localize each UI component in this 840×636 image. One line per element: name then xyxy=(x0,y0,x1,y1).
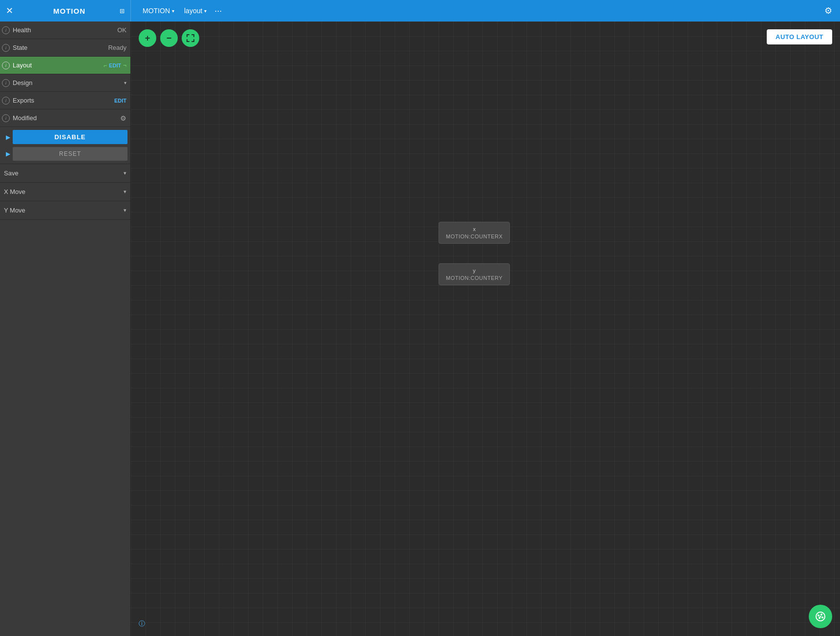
nav-layout-chevron: ▾ xyxy=(204,8,207,14)
modified-label: Modified xyxy=(13,114,120,122)
node-x-title: x xyxy=(446,226,503,232)
sidebar-row-design[interactable]: i Design ▾ xyxy=(0,74,130,92)
health-info-icon: i xyxy=(2,26,10,34)
save-section[interactable]: Save ▾ xyxy=(0,164,130,183)
sidebar-row-state[interactable]: i State Ready xyxy=(0,39,130,57)
design-info-icon: i xyxy=(2,79,10,87)
close-icon[interactable]: ✕ xyxy=(6,5,13,16)
state-value: Ready xyxy=(108,44,126,51)
state-info-icon: i xyxy=(2,44,10,52)
canvas-node-y[interactable]: y MOTION:COUNTERY xyxy=(439,263,510,285)
ymove-chevron-icon: ▾ xyxy=(124,207,126,213)
zoom-out-button[interactable]: − xyxy=(160,29,178,47)
design-dropdown[interactable]: ▾ xyxy=(124,80,126,85)
modified-gear-icon[interactable]: ⚙ xyxy=(120,114,126,122)
sidebar: i Health OK i State Ready i Layout ⌐ EDI… xyxy=(0,21,131,636)
svg-point-4 xyxy=(819,617,820,619)
svg-point-3 xyxy=(821,616,823,618)
reset-arrow-icon[interactable]: ▶ xyxy=(3,150,13,157)
xmove-label: X Move xyxy=(4,188,124,195)
top-bar: ✕ MOTION ⧆ MOTION ▾ layout ▾ ··· ⚙ xyxy=(0,0,840,21)
zoom-fit-button[interactable] xyxy=(182,29,199,47)
nav-motion-chevron: ▾ xyxy=(172,8,174,14)
auto-layout-button[interactable]: AUTO LAYOUT xyxy=(767,29,832,44)
disable-button[interactable]: DISABLE xyxy=(13,130,127,144)
xmove-chevron-icon: ▾ xyxy=(124,189,126,195)
svg-point-1 xyxy=(818,615,819,616)
xmove-section[interactable]: X Move ▾ xyxy=(0,183,130,201)
sidebar-row-modified[interactable]: i Modified ⚙ xyxy=(0,109,130,127)
layout-label: Layout xyxy=(13,62,104,69)
disable-arrow-icon[interactable]: ▶ xyxy=(3,134,13,141)
canvas-node-x[interactable]: x MOTION:COUNTERX xyxy=(439,222,510,244)
health-label: Health xyxy=(13,26,117,34)
exports-edit-button[interactable]: EDIT xyxy=(114,98,126,104)
layout-info-icon: i xyxy=(2,62,10,69)
node-y-title: y xyxy=(446,268,503,274)
canvas-area: + − AUTO LAYOUT x MOTION:COUNTERX y MOTI… xyxy=(131,21,840,636)
exports-label: Exports xyxy=(13,97,114,104)
svg-point-2 xyxy=(820,614,822,615)
save-chevron-icon: ▾ xyxy=(124,170,126,176)
top-bar-right: MOTION ▾ layout ▾ ··· ⚙ xyxy=(131,0,840,21)
top-bar-nav: MOTION ▾ layout ▾ ··· xyxy=(139,5,824,17)
canvas-toolbar: + − xyxy=(139,29,199,47)
sidebar-row-exports[interactable]: i Exports EDIT xyxy=(0,92,130,109)
disable-row: ▶ DISABLE xyxy=(0,127,130,146)
settings-icon[interactable]: ⚙ xyxy=(824,5,832,16)
top-bar-left: ✕ MOTION ⧆ xyxy=(0,0,131,21)
node-x-value: MOTION:COUNTERX xyxy=(446,233,503,239)
layout-bracket-left: ⌐ xyxy=(104,62,107,69)
layout-edit-button[interactable]: EDIT xyxy=(109,63,121,68)
nav-layout[interactable]: layout ▾ xyxy=(180,5,210,17)
save-label: Save xyxy=(4,170,124,177)
sidebar-row-layout[interactable]: i Layout ⌐ EDIT ¬ xyxy=(0,57,130,74)
design-dropdown-arrow: ▾ xyxy=(124,80,126,85)
layout-row-content: ⌐ EDIT ¬ xyxy=(104,62,126,69)
ymove-label: Y Move xyxy=(4,207,124,214)
svg-point-5 xyxy=(820,616,821,617)
layout-bracket-right: ¬ xyxy=(123,62,126,69)
canvas-grid xyxy=(131,21,840,636)
design-label: Design xyxy=(13,79,124,86)
reset-row: ▶ RESET xyxy=(0,146,130,164)
sidebar-row-health[interactable]: i Health OK xyxy=(0,21,130,39)
nav-layout-label: layout xyxy=(184,7,202,15)
nav-more-icon[interactable]: ··· xyxy=(214,6,222,16)
zoom-in-button[interactable]: + xyxy=(139,29,156,47)
nav-motion-label: MOTION xyxy=(143,7,170,15)
canvas-info-icon[interactable]: ⓘ xyxy=(139,619,145,628)
modified-info-icon: i xyxy=(2,114,10,122)
nav-motion[interactable]: MOTION ▾ xyxy=(139,5,178,17)
node-y-value: MOTION:COUNTERY xyxy=(446,275,503,281)
paint-fab-button[interactable] xyxy=(809,605,832,628)
health-value: OK xyxy=(117,26,126,34)
ymove-section[interactable]: Y Move ▾ xyxy=(0,201,130,220)
exports-info-icon: i xyxy=(2,97,10,105)
app-title: MOTION xyxy=(19,7,120,15)
popout-icon[interactable]: ⧆ xyxy=(120,6,125,15)
reset-button[interactable]: RESET xyxy=(13,147,127,161)
state-label: State xyxy=(13,44,108,51)
main-layout: i Health OK i State Ready i Layout ⌐ EDI… xyxy=(0,21,840,636)
